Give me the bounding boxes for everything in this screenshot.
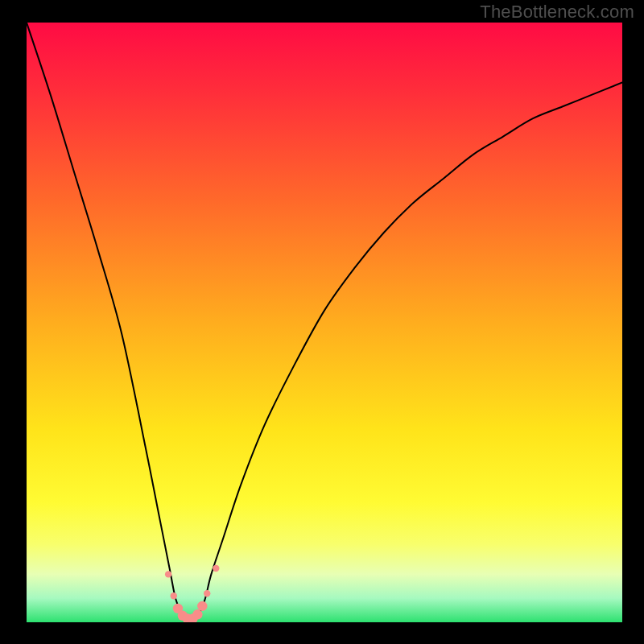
gradient-background	[27, 23, 622, 622]
chart-frame: TheBottleneck.com	[0, 0, 644, 644]
curve-marker	[197, 601, 207, 611]
curve-marker	[204, 590, 210, 597]
curve-marker	[165, 571, 171, 577]
watermark-text: TheBottleneck.com	[480, 2, 634, 23]
curve-marker	[192, 609, 202, 619]
curve-marker	[213, 565, 219, 572]
chart-svg	[27, 23, 622, 622]
curve-marker	[171, 592, 177, 599]
plot-area	[27, 23, 622, 622]
